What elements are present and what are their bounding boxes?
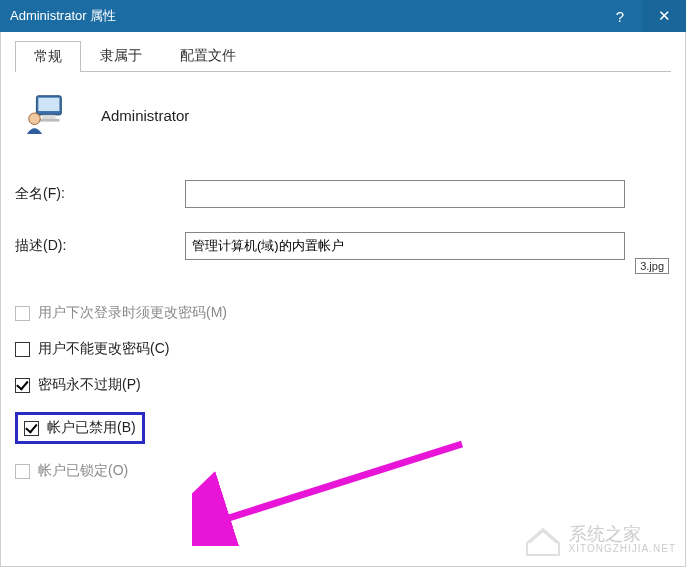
description-label: 描述(D): bbox=[15, 237, 185, 255]
svg-rect-2 bbox=[42, 115, 55, 119]
check-must-change[interactable]: 用户下次登录时须更改密码(M) bbox=[15, 304, 671, 322]
titlebar: Administrator 属性 ? ✕ bbox=[0, 0, 686, 32]
tab-memberof[interactable]: 隶属于 bbox=[81, 40, 161, 71]
description-row: 描述(D): 3.jpg bbox=[15, 232, 671, 260]
checkbox-icon bbox=[15, 378, 30, 393]
fullname-row: 全名(F): bbox=[15, 180, 671, 208]
checkbox-icon bbox=[15, 306, 30, 321]
checkbox-group: 用户下次登录时须更改密码(M) 用户不能更改密码(C) 密码永不过期(P) 帐户… bbox=[15, 304, 671, 480]
image-tooltip-badge: 3.jpg bbox=[635, 258, 669, 274]
check-label: 用户下次登录时须更改密码(M) bbox=[38, 304, 227, 322]
dialog-content: 常规 隶属于 配置文件 Administrator 全名(F): 描述(D): … bbox=[0, 32, 686, 567]
check-cannot-change[interactable]: 用户不能更改密码(C) bbox=[15, 340, 671, 358]
help-button[interactable]: ? bbox=[598, 0, 642, 32]
close-button[interactable]: ✕ bbox=[642, 0, 686, 32]
svg-rect-1 bbox=[38, 98, 59, 111]
tab-general[interactable]: 常规 bbox=[15, 41, 81, 72]
check-never-expires[interactable]: 密码永不过期(P) bbox=[15, 376, 671, 394]
checkbox-icon bbox=[24, 421, 39, 436]
description-input[interactable] bbox=[185, 232, 625, 260]
check-account-locked[interactable]: 帐户已锁定(O) bbox=[15, 462, 671, 480]
check-label: 帐户已禁用(B) bbox=[47, 419, 136, 437]
fullname-input[interactable] bbox=[185, 180, 625, 208]
user-name-label: Administrator bbox=[101, 107, 189, 124]
watermark-text: 系统之家 bbox=[569, 525, 677, 544]
check-account-disabled[interactable]: 帐户已禁用(B) bbox=[15, 412, 671, 444]
svg-rect-3 bbox=[38, 119, 59, 122]
checkbox-icon bbox=[15, 342, 30, 357]
checkbox-icon bbox=[15, 464, 30, 479]
house-icon bbox=[523, 523, 563, 557]
tab-profile[interactable]: 配置文件 bbox=[161, 40, 255, 71]
user-header: Administrator bbox=[23, 90, 671, 140]
watermark: 系统之家 XITONGZHIJIA.NET bbox=[523, 523, 677, 557]
highlight-box: 帐户已禁用(B) bbox=[15, 412, 145, 444]
svg-point-4 bbox=[29, 113, 41, 125]
check-label: 用户不能更改密码(C) bbox=[38, 340, 169, 358]
tab-strip: 常规 隶属于 配置文件 bbox=[15, 40, 671, 72]
fullname-label: 全名(F): bbox=[15, 185, 185, 203]
watermark-subtext: XITONGZHIJIA.NET bbox=[569, 544, 677, 555]
user-icon bbox=[23, 90, 69, 140]
check-label: 密码永不过期(P) bbox=[38, 376, 141, 394]
check-label: 帐户已锁定(O) bbox=[38, 462, 128, 480]
window-title: Administrator 属性 bbox=[10, 7, 598, 25]
